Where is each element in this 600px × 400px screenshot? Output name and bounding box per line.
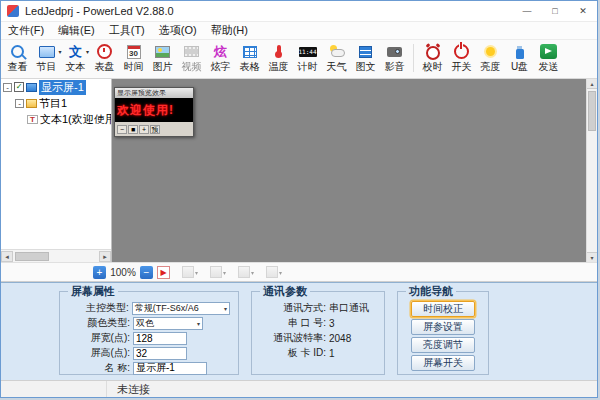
toolbar-button-brightness[interactable]: 亮度 — [476, 41, 505, 75]
tree-item-text[interactable]: T 文本1(欢迎使用LED! — [1, 111, 111, 127]
toolbar-button-table[interactable]: 表格 — [235, 41, 264, 75]
app-window: LedJedprj - PowerLed V2.88.0 — □ ✕ 文件(F)… — [0, 0, 598, 398]
tool-icon — [182, 266, 194, 278]
brightness-adjust-button[interactable]: 亮度调节 — [411, 337, 475, 353]
screen-properties-group: 屏幕属性 主控类型: 常规(TF-S6x/A6 ▾ 颜色类型: 双色 ▾ 屏宽(… — [59, 291, 239, 375]
tree-item-label: 显示屏-1 — [39, 80, 86, 95]
alarm-clock-icon — [426, 42, 440, 61]
table-grid-icon — [243, 42, 257, 61]
toolbar-label: 表格 — [240, 61, 260, 73]
scroll-left-icon[interactable]: ◂ — [1, 251, 13, 262]
play-button[interactable]: ▶ — [157, 266, 170, 279]
main-toolbar: 查看 ▾ 节目 文 ▾ 文本 表盘 30 时间 图片 视频 — [1, 40, 597, 79]
tree-item-program[interactable]: - 节目1 — [1, 95, 111, 111]
expander-icon[interactable]: - — [15, 99, 24, 108]
minimize-button[interactable]: — — [513, 2, 541, 21]
menu-tools[interactable]: 工具(T) — [102, 22, 152, 39]
field-label: 通讯波特率: — [260, 331, 326, 345]
dropdown-arrow-icon[interactable]: ▾ — [86, 48, 89, 55]
toolbar-divider — [413, 44, 414, 72]
toolbar-label: 计时 — [298, 61, 318, 73]
design-canvas[interactable]: 显示屏预览效果 欢迎使用! − ■ + 预 ▴ ▾ — [112, 79, 597, 262]
toolbar-button-usb[interactable]: U盘 — [505, 41, 534, 75]
color-type-select[interactable]: 双色 ▾ — [133, 317, 203, 330]
fancy-text-icon: 炫 — [214, 42, 227, 61]
menu-options[interactable]: 选项(O) — [152, 22, 204, 39]
toolbar-button-dial[interactable]: 表盘 — [90, 41, 119, 75]
tree-item-label: 节目1 — [39, 96, 67, 111]
disabled-tool-button[interactable]: ▾ — [238, 266, 254, 278]
chevron-down-icon: ▾ — [279, 269, 282, 276]
toolbar-label: 温度 — [269, 61, 289, 73]
baud-rate-value: 2048 — [329, 333, 351, 344]
disabled-tool-button[interactable]: ▾ — [266, 266, 282, 278]
chevron-down-icon: ▾ — [223, 269, 226, 276]
toolbar-button-text[interactable]: 文 ▾ 文本 — [61, 41, 90, 75]
window-title: LedJedprj - PowerLed V2.88.0 — [25, 5, 513, 17]
toolbar-button-video[interactable]: 视频 — [177, 41, 206, 75]
group-title: 功能导航 — [406, 285, 456, 297]
dropdown-arrow-icon[interactable]: ▾ — [58, 48, 61, 55]
preview-prev-button[interactable]: − — [117, 125, 127, 134]
field-label: 屏宽(点): — [68, 331, 130, 345]
screen-height-input[interactable] — [133, 347, 187, 360]
screen-width-input[interactable] — [133, 332, 187, 345]
power-icon — [454, 42, 469, 61]
toolbar-button-weather[interactable]: 天气 — [322, 41, 351, 75]
tree-horizontal-scrollbar[interactable]: ◂ ▸ — [1, 249, 111, 262]
maximize-button[interactable]: □ — [541, 2, 569, 21]
disabled-tool-button[interactable]: ▾ — [210, 266, 226, 278]
preview-title-bar[interactable]: 显示屏预览效果 — [115, 88, 193, 98]
property-panel: 屏幕属性 主控类型: 常规(TF-S6x/A6 ▾ 颜色类型: 双色 ▾ 屏宽(… — [1, 282, 597, 380]
scroll-up-icon[interactable]: ▴ — [587, 79, 597, 89]
toolbar-button-timer[interactable]: 11:44 计时 — [293, 41, 322, 75]
toolbar-button-temperature[interactable]: 温度 — [264, 41, 293, 75]
close-button[interactable]: ✕ — [569, 2, 597, 21]
screen-icon — [26, 83, 37, 92]
screen-params-button[interactable]: 屏参设置 — [411, 319, 475, 335]
toolbar-button-view[interactable]: 查看 — [3, 41, 32, 75]
toolbar-button-media[interactable]: 影音 — [380, 41, 409, 75]
tree-item-screen[interactable]: - ✓ 显示屏-1 — [1, 79, 111, 95]
field-label: 通讯方式: — [260, 301, 326, 315]
toolbar-label: 图片 — [153, 61, 173, 73]
controller-type-select[interactable]: 常规(TF-S6x/A6 ▾ — [132, 302, 230, 315]
toolbar-button-time[interactable]: 30 时间 — [119, 41, 148, 75]
time-calibration-button[interactable]: 时间校正 — [411, 301, 475, 317]
send-arrow-icon — [540, 42, 557, 61]
menu-file[interactable]: 文件(F) — [1, 22, 51, 39]
thermometer-icon — [277, 42, 281, 61]
toolbar-button-fancy-text[interactable]: 炫 炫字 — [206, 41, 235, 75]
scroll-right-icon[interactable]: ▸ — [99, 251, 111, 262]
screen-name-input[interactable] — [133, 362, 207, 375]
zoom-out-button[interactable]: − — [140, 266, 153, 279]
preview-mode-button[interactable]: 预 — [150, 125, 160, 134]
scroll-down-icon[interactable]: ▾ — [587, 252, 597, 262]
toolbar-button-time-sync[interactable]: 校时 — [418, 41, 447, 75]
toolbar-label: 影音 — [385, 61, 405, 73]
toolbar-label: 表盘 — [95, 61, 115, 73]
toolbar-button-power[interactable]: 开关 — [447, 41, 476, 75]
menu-help[interactable]: 帮助(H) — [204, 22, 255, 39]
toolbar-button-program[interactable]: ▾ 节目 — [32, 41, 61, 75]
app-icon — [7, 5, 19, 17]
comm-mode-value: 串口通讯 — [329, 301, 369, 315]
scrollbar-thumb[interactable] — [15, 252, 49, 261]
disabled-tool-button[interactable]: ▾ — [182, 266, 198, 278]
toolbar-button-picture[interactable]: 图片 — [148, 41, 177, 75]
menu-edit[interactable]: 编辑(E) — [51, 22, 102, 39]
status-bar: 未连接 — [1, 380, 597, 397]
zoom-in-button[interactable]: + — [93, 266, 106, 279]
expander-icon[interactable]: - — [3, 83, 12, 92]
function-nav-group: 功能导航 时间校正 屏参设置 亮度调节 屏幕开关 — [397, 291, 489, 375]
canvas-vertical-scrollbar[interactable]: ▴ ▾ — [586, 79, 597, 262]
field-label: 屏高(点): — [68, 346, 130, 360]
preview-next-button[interactable]: + — [139, 125, 149, 134]
card-id-value: 1 — [329, 348, 335, 359]
preview-stop-button[interactable]: ■ — [128, 125, 138, 134]
screen-switch-button[interactable]: 屏幕开关 — [411, 355, 475, 371]
toolbar-button-graphic-text[interactable]: 图文 — [351, 41, 380, 75]
toolbar-button-send[interactable]: 发送 — [534, 41, 563, 75]
scrollbar-thumb[interactable] — [588, 91, 596, 131]
checkbox-checked-icon[interactable]: ✓ — [14, 82, 24, 92]
